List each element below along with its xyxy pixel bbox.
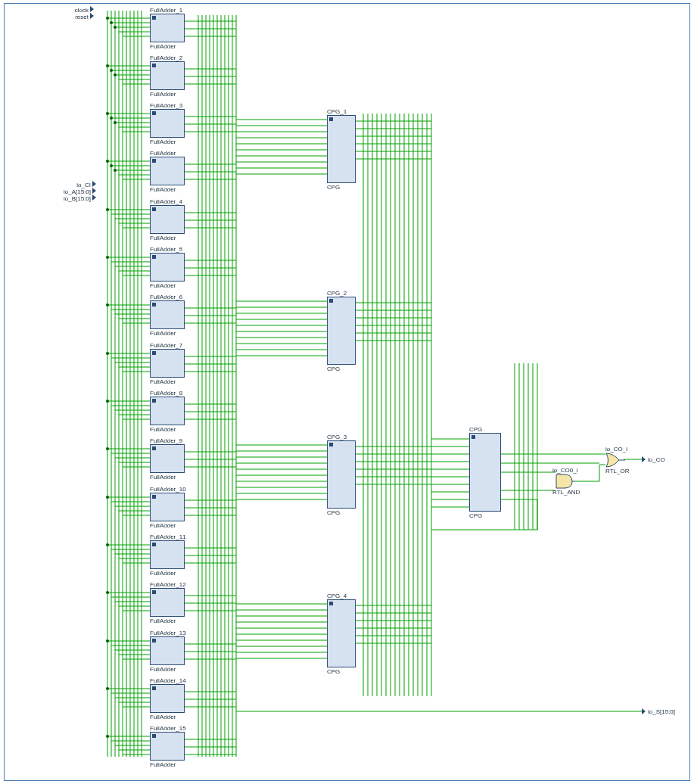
port-io-a-pin xyxy=(92,188,96,194)
svg-point-260 xyxy=(106,64,109,67)
svg-point-266 xyxy=(106,160,109,163)
fulladder-11[interactable] xyxy=(150,540,185,569)
or-gate-inst: io_CO_i xyxy=(605,446,627,453)
fulladder-6-inst: FullAdder_6 xyxy=(150,294,182,300)
fulladder-8-type: FullAdder xyxy=(150,426,176,433)
fulladder-8[interactable] xyxy=(150,397,185,425)
cpg-final-inst: CPG xyxy=(469,426,482,433)
cpg-3-type: CPG xyxy=(327,509,340,516)
cpg-4-inst: CPG_4 xyxy=(327,593,347,599)
fulladder-4[interactable] xyxy=(150,205,185,234)
cpg-2-inst: CPG_2 xyxy=(327,290,347,297)
fulladder-7-type: FullAdder xyxy=(150,378,176,385)
fulladder-5-type: FullAdder xyxy=(150,282,176,289)
cpg-final[interactable] xyxy=(469,433,501,512)
fulladder-0-inst: FullAdder xyxy=(150,150,176,157)
svg-point-257 xyxy=(106,17,109,20)
cpg-1[interactable] xyxy=(327,115,356,183)
cpg-3[interactable] xyxy=(327,440,356,509)
port-io-b-label: io_B[15:0] xyxy=(61,195,91,202)
fulladder-12-inst: FullAdder_12 xyxy=(150,581,186,588)
fulladder-10[interactable] xyxy=(150,493,185,521)
fulladder-5-inst: FullAdder_5 xyxy=(150,246,182,253)
fulladder-9-inst: FullAdder_9 xyxy=(150,437,182,444)
cpg-2[interactable] xyxy=(327,297,356,365)
fulladder-1[interactable] xyxy=(150,14,185,42)
fulladder-7[interactable] xyxy=(150,349,185,378)
port-io-co-pin xyxy=(642,456,646,462)
port-io-s-pin xyxy=(642,708,646,714)
fulladder-6-type: FullAdder xyxy=(150,330,176,337)
fulladder-10-type: FullAdder xyxy=(150,522,176,529)
cpg-final-type: CPG xyxy=(469,512,482,519)
cpg-3-inst: CPG_3 xyxy=(327,434,347,440)
fulladder-1-type: FullAdder xyxy=(150,43,176,50)
fulladder-10-inst: FullAdder_10 xyxy=(150,486,186,493)
svg-point-271 xyxy=(106,303,109,306)
svg-point-274 xyxy=(106,447,109,450)
fulladder-14-inst: FullAdder_14 xyxy=(150,677,186,684)
fulladder-2-inst: FullAdder_2 xyxy=(150,54,182,61)
fulladder-3-type: FullAdder xyxy=(150,138,176,145)
and-gate[interactable] xyxy=(556,474,575,489)
svg-point-275 xyxy=(106,496,109,499)
fulladder-11-inst: FullAdder_11 xyxy=(150,534,186,540)
svg-point-277 xyxy=(106,591,109,594)
svg-point-267 xyxy=(110,164,113,167)
svg-point-278 xyxy=(106,639,109,642)
port-clock-pin xyxy=(90,6,94,12)
fulladder-15[interactable] xyxy=(150,732,185,761)
port-reset-label: reset xyxy=(73,14,89,20)
svg-point-262 xyxy=(114,73,117,76)
svg-point-264 xyxy=(110,117,113,120)
schematic-viewport: clock reset io_CI io_A[15:0] io_B[15:0] … xyxy=(0,0,694,784)
fulladder-2[interactable] xyxy=(150,61,185,90)
or-gate[interactable] xyxy=(605,453,625,468)
fulladder-0[interactable] xyxy=(150,157,185,185)
fulladder-12-type: FullAdder xyxy=(150,618,176,624)
fulladder-14[interactable] xyxy=(150,684,185,713)
svg-point-270 xyxy=(106,256,109,259)
fulladder-12[interactable] xyxy=(150,588,185,617)
port-io-ci-pin xyxy=(92,181,96,187)
svg-point-279 xyxy=(106,687,109,690)
and-gate-type: RTL_AND xyxy=(552,489,580,496)
fulladder-1-inst: FullAdder_1 xyxy=(150,7,182,14)
fulladder-11-type: FullAdder xyxy=(150,570,176,577)
fulladder-4-type: FullAdder xyxy=(150,235,176,241)
svg-point-269 xyxy=(106,208,109,211)
svg-point-261 xyxy=(110,69,113,72)
cpg-1-inst: CPG_1 xyxy=(327,108,347,115)
fulladder-15-inst: FullAdder_15 xyxy=(150,725,186,732)
svg-point-272 xyxy=(106,352,109,355)
fulladder-15-type: FullAdder xyxy=(150,761,176,768)
port-io-co-label: io_CO xyxy=(648,456,665,463)
port-io-s-label: io_S[15:0] xyxy=(648,708,675,715)
fulladder-14-type: FullAdder xyxy=(150,714,176,720)
fulladder-3-inst: FullAdder_3 xyxy=(150,102,182,109)
svg-point-268 xyxy=(114,169,117,172)
port-io-b-pin xyxy=(92,194,96,201)
fulladder-5[interactable] xyxy=(150,253,185,282)
svg-point-259 xyxy=(114,26,117,29)
fulladder-9[interactable] xyxy=(150,444,185,473)
cpg-4-type: CPG xyxy=(327,668,340,675)
port-io-a-label: io_A[15:0] xyxy=(61,188,91,195)
cpg-2-type: CPG xyxy=(327,366,340,372)
svg-point-276 xyxy=(106,543,109,546)
and-gate-inst: io_CO0_i xyxy=(552,467,577,474)
fulladder-13[interactable] xyxy=(150,636,185,665)
cpg-4[interactable] xyxy=(327,599,356,667)
fulladder-6[interactable] xyxy=(150,300,185,329)
fulladder-8-inst: FullAdder_8 xyxy=(150,390,182,397)
or-gate-type: RTL_OR xyxy=(605,468,629,474)
cpg-1-type: CPG xyxy=(327,184,340,191)
fulladder-2-type: FullAdder xyxy=(150,91,176,98)
svg-point-263 xyxy=(106,112,109,115)
port-reset-pin xyxy=(90,13,94,19)
fulladder-13-inst: FullAdder_13 xyxy=(150,630,186,636)
svg-point-273 xyxy=(106,400,109,403)
svg-point-265 xyxy=(114,121,117,124)
fulladder-7-inst: FullAdder_7 xyxy=(150,342,182,349)
fulladder-3[interactable] xyxy=(150,109,185,138)
